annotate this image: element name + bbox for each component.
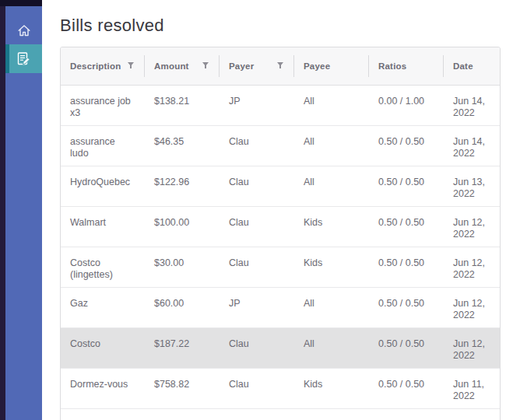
cell-description: Dormez-vous: [61, 368, 145, 408]
bills-table: Description Amount Payer: [60, 47, 501, 420]
column-label: Description: [70, 61, 121, 71]
main-content: Bills resolved Description Amount: [42, 0, 520, 420]
cell-payer: Clau: [220, 206, 294, 247]
cell-date: Jun 12, 2022: [444, 287, 500, 327]
table-row[interactable]: Dormez-vous $758.82 Clau Kids 0.50 / 0.5…: [61, 368, 500, 408]
cell-date: Jun 12, 2022: [444, 247, 500, 287]
column-header-amount[interactable]: Amount: [145, 47, 220, 85]
table-row[interactable]: assurance ludo $46.35 Clau All 0.50 / 0.…: [61, 125, 500, 166]
column-header-date[interactable]: Date: [444, 47, 500, 85]
cell-amount: $187.22: [145, 327, 220, 368]
column-header-payer[interactable]: Payer: [220, 47, 294, 85]
cell-ratios: 0.50 / 0.50: [369, 125, 444, 166]
filter-icon[interactable]: [276, 61, 284, 71]
cell-amount: $138.21: [145, 85, 220, 125]
cell-ratios: 0.50 / 0.50: [369, 327, 444, 368]
cell-payer: JP: [220, 85, 294, 125]
sidebar: [0, 0, 42, 420]
cell-description: Walmart: [61, 206, 145, 247]
sidebar-menu: [5, 0, 42, 420]
cell-ratios: 0.00 / 1.00: [369, 85, 444, 125]
home-icon: [16, 23, 32, 38]
cell-payee: All: [294, 125, 369, 166]
column-label: Ratios: [378, 61, 406, 71]
sidebar-rail: [0, 0, 5, 420]
cell-payer: Clau: [220, 125, 294, 166]
table-row[interactable]: HydroQuebec $122.96 Clau All 0.50 / 0.50…: [61, 166, 500, 206]
filter-icon[interactable]: [202, 61, 209, 71]
cell-payer: Clau: [220, 247, 294, 287]
column-label: Date: [453, 61, 473, 71]
sidebar-item-bills[interactable]: [5, 44, 42, 73]
cell-amount: $758.82: [145, 368, 220, 408]
cell-payer: Clau: [220, 368, 294, 408]
cell-payee: Kids: [294, 368, 369, 408]
cell-description: Costco (lingettes): [61, 247, 145, 287]
column-header-description[interactable]: Description: [61, 47, 145, 85]
column-header-payee[interactable]: Payee: [294, 47, 369, 85]
table-row-selected[interactable]: Costco $187.22 Clau All 0.50 / 0.50 Jun …: [61, 327, 500, 368]
table-row[interactable]: assurance job x3 $138.21 JP All 0.00 / 1…: [61, 85, 500, 125]
column-label: Amount: [154, 61, 189, 71]
sidebar-top-bar: [0, 0, 42, 6]
cell-payer: Clau: [220, 327, 294, 368]
cell-description: Gaz: [61, 287, 145, 327]
cell-payee: All: [294, 408, 369, 420]
cell-amount: $60.00: [145, 287, 220, 327]
cell-amount: $30.00: [145, 247, 220, 287]
cell-ratios: 0.50 / 0.50: [369, 247, 444, 287]
cell-amount: $208.07: [145, 408, 220, 420]
bills-table-body: assurance job x3 $138.21 JP All 0.00 / 1…: [61, 85, 500, 420]
cell-payer: Clau: [220, 166, 294, 206]
cell-description: Canadian: [61, 408, 145, 420]
cell-ratios: 0.50 / 0.50: [369, 206, 444, 247]
cell-date: Jun 10, 2022: [444, 408, 500, 420]
cell-date: Jun 14, 2022: [444, 125, 500, 166]
cell-amount: $46.35: [145, 125, 220, 166]
cell-payee: Kids: [294, 206, 369, 247]
cell-ratios: 0.50 / 0.50: [369, 287, 444, 327]
cell-payee: All: [294, 166, 369, 206]
cell-amount: $100.00: [145, 206, 220, 247]
cell-ratios: 0.50 / 0.50: [369, 368, 444, 408]
cell-date: Jun 12, 2022: [444, 327, 500, 368]
column-label: Payer: [229, 61, 254, 71]
cell-date: Jun 11, 2022: [444, 368, 500, 408]
cell-payee: All: [294, 85, 369, 125]
cell-ratios: 0.50 / 0.50: [369, 166, 444, 206]
cell-date: Jun 12, 2022: [444, 206, 500, 247]
cell-ratios: 0.50 / 0.50: [369, 408, 444, 420]
cell-payee: Kids: [294, 247, 369, 287]
cell-description: Costco: [61, 327, 145, 368]
cell-date: Jun 14, 2022: [444, 85, 500, 125]
cell-description: assurance job x3: [61, 85, 145, 125]
column-header-ratios[interactable]: Ratios: [369, 47, 444, 85]
table-row[interactable]: Costco (lingettes) $30.00 Clau Kids 0.50…: [61, 247, 500, 287]
cell-payee: All: [294, 287, 369, 327]
bills-edit-icon: [16, 51, 31, 66]
table-row[interactable]: Walmart $100.00 Clau Kids 0.50 / 0.50 Ju…: [61, 206, 500, 247]
cell-description: assurance ludo: [61, 125, 145, 166]
sidebar-item-home[interactable]: [5, 16, 42, 44]
cell-amount: $122.96: [145, 166, 220, 206]
table-row[interactable]: Canadian $208.07 Clau All 0.50 / 0.50 Ju…: [61, 408, 500, 420]
cell-payer: Clau: [220, 408, 294, 420]
cell-date: Jun 13, 2022: [444, 166, 500, 206]
table-row[interactable]: Gaz $60.00 JP All 0.50 / 0.50 Jun 12, 20…: [61, 287, 500, 327]
cell-payer: JP: [220, 287, 294, 327]
cell-payee: All: [294, 327, 369, 368]
column-label: Payee: [304, 61, 330, 71]
cell-description: HydroQuebec: [61, 166, 145, 206]
page-title: Bills resolved: [60, 16, 520, 36]
filter-icon[interactable]: [127, 61, 135, 71]
table-header-row: Description Amount Payer: [61, 47, 500, 85]
